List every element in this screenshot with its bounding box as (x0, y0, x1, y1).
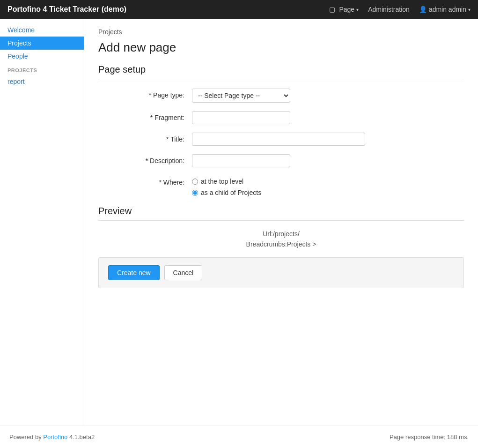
preview-url-label: Url: (263, 230, 273, 238)
page-icon: ▢ (329, 6, 335, 13)
fragment-input[interactable] (192, 111, 290, 124)
administration-link[interactable]: Administration (368, 6, 410, 13)
portofino-link[interactable]: Portofino (43, 433, 67, 441)
sidebar: Welcome Projects People PROJECTS report (0, 19, 84, 426)
description-label: * Description: (98, 154, 192, 164)
page-type-group: * Page type: -- Select Page type -- (98, 89, 464, 103)
app-header: Portofino 4 Ticket Tracker (demo) ▢ Page… (0, 0, 478, 19)
breadcrumb: Projects (98, 28, 464, 36)
footer-response-time: Page response time: 188 ms. (390, 433, 469, 441)
title-input[interactable] (192, 133, 365, 146)
where-child-option[interactable]: as a child of Projects (192, 189, 261, 196)
description-group: * Description: (98, 154, 464, 167)
cancel-button[interactable]: Cancel (164, 265, 203, 280)
where-child-radio[interactable] (192, 190, 198, 196)
preview-breadcrumbs-line: Breadcrumbs:Projects > (98, 240, 464, 248)
preview-url-value: /projects/ (273, 230, 300, 238)
where-radio-group: at the top level as a child of Projects (192, 176, 261, 196)
sidebar-item-people[interactable]: People (0, 50, 84, 63)
header-nav: ▢ Page ▾ Administration 👤 admin admin ▾ (329, 6, 471, 13)
page-menu-caret: ▾ (356, 7, 359, 12)
sidebar-section-label: PROJECTS (0, 63, 84, 75)
action-bar: Create new Cancel (98, 257, 464, 288)
page-type-label: * Page type: (98, 89, 192, 99)
user-menu[interactable]: 👤 admin admin ▾ (419, 6, 471, 13)
sidebar-item-projects[interactable]: Projects (0, 37, 84, 50)
where-child-label: as a child of Projects (201, 189, 261, 196)
page-title: Add new page (98, 40, 464, 55)
page-menu-label: Page (339, 6, 354, 13)
where-top-level-label: at the top level (201, 178, 243, 185)
sidebar-item-report[interactable]: report (0, 75, 84, 88)
footer-powered-by: Powered by Portofino 4.1.beta2 (9, 433, 95, 441)
preview-breadcrumbs-label: Breadcrumbs: (246, 240, 287, 248)
page-type-select[interactable]: -- Select Page type -- (192, 89, 290, 103)
sidebar-item-welcome[interactable]: Welcome (0, 23, 84, 37)
footer-powered-by-text: Powered by (9, 433, 43, 441)
fragment-label: * Fragment: (98, 111, 192, 121)
preview-url-line: Url:/projects/ (98, 230, 464, 238)
user-icon: 👤 (419, 6, 427, 13)
preview-breadcrumbs-value: Projects > (287, 240, 316, 248)
app-title: Portofino 4 Ticket Tracker (demo) (7, 5, 320, 14)
main-layout: Welcome Projects People PROJECTS report … (0, 19, 478, 426)
create-new-button[interactable]: Create new (108, 265, 160, 280)
app-footer: Powered by Portofino 4.1.beta2 Page resp… (0, 426, 478, 448)
fragment-group: * Fragment: (98, 111, 464, 124)
preview-title: Preview (98, 206, 464, 221)
title-group: * Title: (98, 133, 464, 146)
preview-info: Url:/projects/ Breadcrumbs:Projects > (98, 230, 464, 248)
title-label: * Title: (98, 133, 192, 143)
page-setup-section: Page setup * Page type: -- Select Page t… (98, 64, 464, 196)
page-setup-title: Page setup (98, 64, 464, 79)
where-top-level-radio[interactable] (192, 179, 198, 185)
where-label: * Where: (98, 176, 192, 186)
description-input[interactable] (192, 154, 290, 167)
where-top-level-option[interactable]: at the top level (192, 178, 261, 185)
portofino-version: 4.1.beta2 (67, 433, 95, 441)
main-content: Projects Add new page Page setup * Page … (84, 19, 478, 426)
preview-section: Preview Url:/projects/ Breadcrumbs:Proje… (98, 206, 464, 288)
user-menu-caret: ▾ (468, 7, 471, 12)
page-menu[interactable]: ▢ Page ▾ (329, 6, 359, 13)
user-menu-label: admin admin (429, 6, 466, 13)
where-group: * Where: at the top level as a child of … (98, 176, 464, 196)
